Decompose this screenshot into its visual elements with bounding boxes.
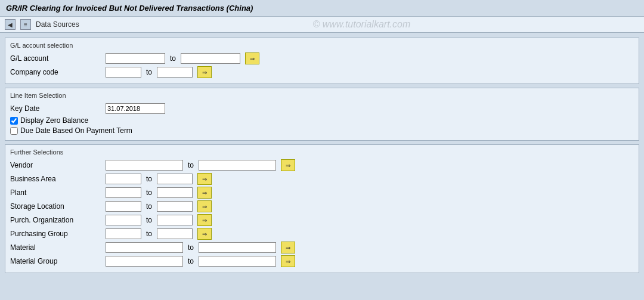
company-code-label: Company code — [10, 68, 106, 76]
material-row: Material to ⇒ — [10, 242, 634, 253]
company-code-arrow-button[interactable]: ⇒ — [197, 66, 212, 78]
storage-location-row: Storage Location to ⇒ — [10, 200, 634, 212]
purchasing-group-from-input[interactable] — [106, 228, 141, 239]
title-bar: GR/IR Clearing for Invoiced But Not Deli… — [0, 0, 644, 17]
back-icon[interactable]: ◀ — [5, 19, 16, 30]
company-code-row: Company code to ⇒ — [10, 66, 634, 78]
plant-to-label: to — [146, 188, 152, 197]
plant-from-input[interactable] — [106, 187, 141, 198]
business-area-row: Business Area to ⇒ — [10, 173, 634, 185]
material-group-label: Material Group — [10, 257, 106, 265]
material-to-label: to — [188, 243, 194, 252]
due-date-label: Due Date Based On Payment Term — [20, 126, 132, 135]
purch-org-to-input[interactable] — [157, 215, 193, 225]
storage-location-to-label: to — [146, 202, 152, 211]
vendor-from-input[interactable] — [106, 160, 183, 171]
gl-account-section: G/L account selection G/L account to ⇒ C… — [5, 38, 639, 84]
business-area-to-label: to — [146, 175, 152, 183]
key-date-label: Key Date — [10, 104, 106, 113]
storage-location-arrow-button[interactable]: ⇒ — [197, 200, 212, 212]
business-area-label: Business Area — [10, 175, 106, 183]
purchasing-group-label: Purchasing Group — [10, 230, 106, 238]
material-group-to-input[interactable] — [199, 256, 276, 267]
display-zero-balance-checkbox[interactable] — [10, 117, 18, 125]
page-title: GR/IR Clearing for Invoiced But Not Deli… — [6, 4, 253, 13]
purchasing-group-to-input[interactable] — [157, 228, 193, 239]
material-group-arrow-button[interactable]: ⇒ — [281, 255, 295, 267]
purch-org-arrow-button[interactable]: ⇒ — [197, 214, 212, 226]
purchasing-group-row: Purchasing Group to ⇒ — [10, 228, 634, 240]
vendor-to-label: to — [188, 161, 194, 169]
main-content: G/L account selection G/L account to ⇒ C… — [0, 33, 644, 278]
further-selections-section: Further Selections Vendor to ⇒ Business … — [5, 144, 639, 273]
gl-account-row: G/L account to ⇒ — [10, 52, 634, 64]
display-zero-balance-row: Display Zero Balance — [10, 116, 634, 125]
vendor-to-input[interactable] — [199, 160, 276, 171]
key-date-input[interactable] — [106, 103, 165, 114]
material-group-from-input[interactable] — [106, 256, 183, 267]
purch-org-label: Purch. Organization — [10, 216, 106, 224]
storage-location-to-input[interactable] — [157, 201, 193, 212]
vendor-label: Vendor — [10, 161, 106, 169]
business-area-from-input[interactable] — [106, 174, 141, 184]
display-zero-balance-label: Display Zero Balance — [20, 116, 88, 125]
plant-row: Plant to ⇒ — [10, 187, 634, 199]
plant-label: Plant — [10, 188, 106, 197]
material-from-input[interactable] — [106, 242, 183, 253]
plant-to-input[interactable] — [157, 187, 193, 198]
vendor-row: Vendor to ⇒ — [10, 159, 634, 171]
gl-account-to-label: to — [170, 54, 176, 63]
purch-org-from-input[interactable] — [106, 215, 141, 225]
data-sources-label: Data Sources — [36, 20, 79, 29]
storage-location-label: Storage Location — [10, 202, 106, 211]
material-label: Material — [10, 243, 106, 252]
material-arrow-button[interactable]: ⇒ — [281, 242, 295, 253]
company-code-to-label: to — [146, 68, 152, 76]
toolbar: ◀ ≡ Data Sources © www.tutorialkart.com — [0, 17, 644, 33]
purchasing-group-arrow-button[interactable]: ⇒ — [197, 228, 212, 240]
further-selections-title: Further Selections — [10, 149, 634, 156]
line-item-section-title: Line Item Selection — [10, 92, 634, 99]
gl-account-arrow-button[interactable]: ⇒ — [245, 52, 259, 64]
list-icon[interactable]: ≡ — [20, 19, 31, 30]
gl-account-label: G/L account — [10, 54, 106, 63]
material-to-input[interactable] — [199, 242, 276, 253]
business-area-arrow-button[interactable]: ⇒ — [197, 173, 212, 185]
plant-arrow-button[interactable]: ⇒ — [197, 187, 212, 199]
line-item-section: Line Item Selection Key Date Display Zer… — [5, 88, 639, 141]
company-code-to-input[interactable] — [157, 67, 193, 78]
purchasing-group-to-label: to — [146, 230, 152, 238]
material-group-to-label: to — [188, 257, 194, 265]
storage-location-from-input[interactable] — [106, 201, 141, 212]
material-group-row: Material Group to ⇒ — [10, 255, 634, 267]
gl-account-section-title: G/L account selection — [10, 42, 634, 49]
due-date-checkbox[interactable] — [10, 127, 18, 135]
purch-org-to-label: to — [146, 216, 152, 224]
company-code-from-input[interactable] — [106, 67, 141, 78]
due-date-row: Due Date Based On Payment Term — [10, 126, 634, 135]
gl-account-to-input[interactable] — [181, 53, 240, 64]
purch-org-row: Purch. Organization to ⇒ — [10, 214, 634, 226]
key-date-row: Key Date — [10, 103, 634, 115]
vendor-arrow-button[interactable]: ⇒ — [281, 159, 295, 171]
gl-account-from-input[interactable] — [106, 53, 165, 64]
watermark: © www.tutorialkart.com — [84, 19, 639, 30]
business-area-to-input[interactable] — [157, 174, 193, 184]
